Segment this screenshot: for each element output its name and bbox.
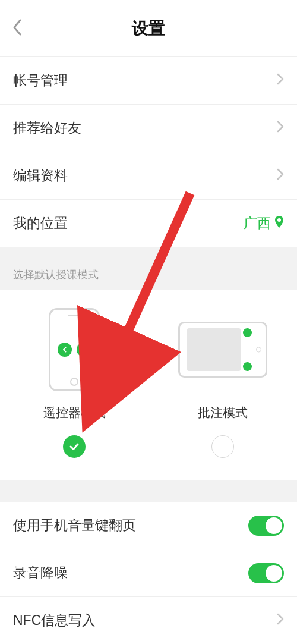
toggle-volume-flip[interactable] bbox=[248, 516, 284, 536]
up-icon bbox=[243, 328, 252, 337]
section-heading-mode: 选择默认授课模式 bbox=[0, 247, 297, 290]
row-label: 编辑资料 bbox=[13, 167, 277, 185]
toggle-noise-reduce[interactable] bbox=[248, 563, 284, 583]
annotate-mode-illustration bbox=[178, 308, 267, 391]
mode-radio-annotate-unselected[interactable] bbox=[211, 435, 234, 458]
mode-radio-remote-selected[interactable] bbox=[63, 435, 86, 458]
section-heading-label: 选择默认授课模式 bbox=[13, 268, 99, 282]
chevron-right-icon bbox=[277, 612, 284, 629]
next-icon bbox=[77, 343, 91, 357]
row-nfc-write[interactable]: NFC信息写入 bbox=[0, 597, 297, 644]
row-label: 我的位置 bbox=[13, 214, 244, 233]
mode-selection-area: 遥控器模式 批注模式 bbox=[0, 290, 297, 480]
section-gap bbox=[0, 480, 297, 502]
mode-option-remote[interactable]: 遥控器模式 bbox=[0, 308, 148, 458]
row-volume-flip: 使用手机音量键翻页 bbox=[0, 502, 297, 549]
row-noise-reduce: 录音降噪 bbox=[0, 549, 297, 597]
prev-icon bbox=[58, 343, 72, 357]
row-label: NFC信息写入 bbox=[13, 611, 277, 630]
chevron-left-icon bbox=[12, 18, 23, 36]
down-icon bbox=[243, 362, 252, 371]
row-label: 使用手机音量键翻页 bbox=[13, 516, 248, 535]
check-icon bbox=[68, 441, 80, 453]
chevron-right-icon bbox=[277, 168, 284, 184]
row-my-location[interactable]: 我的位置 广西 bbox=[0, 200, 297, 247]
row-label: 录音降噪 bbox=[13, 564, 248, 582]
back-button[interactable] bbox=[12, 18, 23, 39]
page-title: 设置 bbox=[0, 17, 297, 40]
row-label: 帐号管理 bbox=[13, 71, 277, 90]
row-label: 推荐给好友 bbox=[13, 119, 277, 137]
mode-label-remote: 遥控器模式 bbox=[43, 404, 106, 421]
mode-label-annotate: 批注模式 bbox=[198, 404, 248, 421]
row-account-management[interactable]: 帐号管理 bbox=[0, 57, 297, 105]
row-recommend-friends[interactable]: 推荐给好友 bbox=[0, 105, 297, 152]
header-bar: 设置 bbox=[0, 0, 297, 57]
mode-option-annotate[interactable]: 批注模式 bbox=[148, 308, 297, 458]
location-value: 广西 bbox=[244, 214, 271, 233]
location-pin-icon bbox=[274, 215, 284, 231]
chevron-right-icon bbox=[277, 120, 284, 136]
row-edit-profile[interactable]: 编辑资料 bbox=[0, 152, 297, 200]
remote-mode-illustration bbox=[49, 308, 100, 391]
chevron-right-icon bbox=[277, 73, 284, 89]
